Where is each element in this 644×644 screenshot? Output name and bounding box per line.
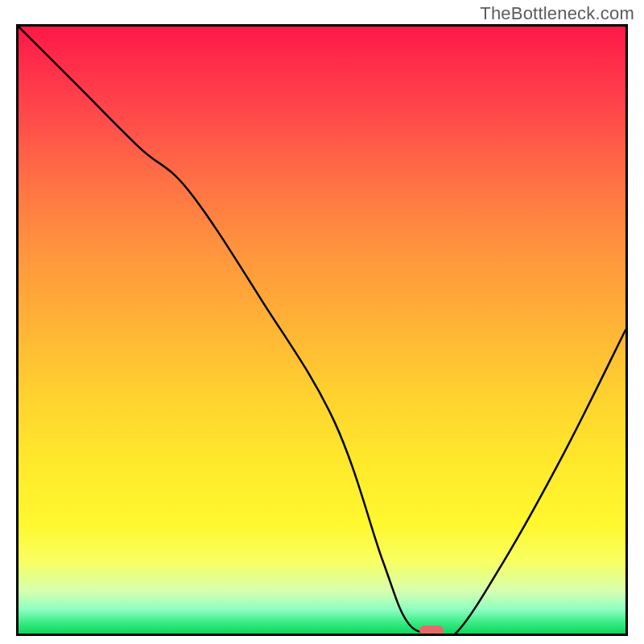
plot-frame (16, 24, 628, 636)
bottleneck-curve (19, 27, 625, 634)
watermark-text: TheBottleneck.com (480, 3, 634, 24)
optimal-point-marker (419, 625, 444, 635)
